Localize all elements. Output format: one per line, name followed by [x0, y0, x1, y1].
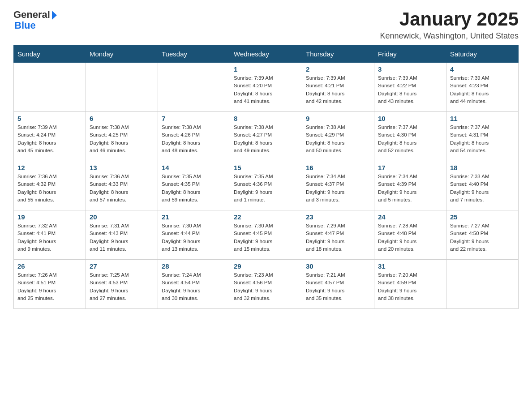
- day-header-tuesday: Tuesday: [158, 46, 230, 63]
- day-info: Sunrise: 7:37 AM Sunset: 4:30 PM Dayligh…: [378, 124, 442, 154]
- calendar-cell: 19Sunrise: 7:32 AM Sunset: 4:41 PM Dayli…: [14, 210, 86, 260]
- calendar-cell: 15Sunrise: 7:35 AM Sunset: 4:36 PM Dayli…: [230, 161, 302, 210]
- day-info: Sunrise: 7:36 AM Sunset: 4:32 PM Dayligh…: [17, 173, 82, 204]
- calendar-cell: 1Sunrise: 7:39 AM Sunset: 4:20 PM Daylig…: [230, 63, 302, 112]
- day-info: Sunrise: 7:25 AM Sunset: 4:53 PM Dayligh…: [90, 271, 154, 302]
- day-info: Sunrise: 7:34 AM Sunset: 4:37 PM Dayligh…: [306, 173, 370, 204]
- day-number: 25: [450, 213, 515, 221]
- calendar-cell: 14Sunrise: 7:35 AM Sunset: 4:35 PM Dayli…: [158, 161, 230, 210]
- calendar-cell: 31Sunrise: 7:20 AM Sunset: 4:59 PM Dayli…: [374, 260, 446, 309]
- day-number: 8: [234, 115, 298, 122]
- day-info: Sunrise: 7:37 AM Sunset: 4:31 PM Dayligh…: [450, 124, 515, 154]
- day-number: 1: [234, 65, 298, 73]
- day-number: 3: [378, 65, 442, 73]
- day-info: Sunrise: 7:39 AM Sunset: 4:20 PM Dayligh…: [234, 74, 298, 105]
- calendar-cell: 21Sunrise: 7:30 AM Sunset: 4:44 PM Dayli…: [158, 210, 230, 260]
- day-number: 20: [90, 213, 154, 221]
- calendar-cell: 13Sunrise: 7:36 AM Sunset: 4:33 PM Dayli…: [86, 161, 158, 210]
- day-number: 5: [17, 115, 82, 122]
- day-info: Sunrise: 7:30 AM Sunset: 4:45 PM Dayligh…: [234, 222, 298, 253]
- day-info: Sunrise: 7:24 AM Sunset: 4:54 PM Dayligh…: [162, 271, 226, 302]
- calendar-week-row: 19Sunrise: 7:32 AM Sunset: 4:41 PM Dayli…: [14, 210, 519, 260]
- calendar-cell: 25Sunrise: 7:27 AM Sunset: 4:50 PM Dayli…: [446, 210, 519, 260]
- calendar-cell: 23Sunrise: 7:29 AM Sunset: 4:47 PM Dayli…: [302, 210, 374, 260]
- day-header-friday: Friday: [374, 46, 446, 63]
- day-number: 24: [378, 213, 442, 221]
- day-number: 13: [90, 164, 154, 171]
- calendar-cell: 30Sunrise: 7:21 AM Sunset: 4:57 PM Dayli…: [302, 260, 374, 309]
- day-number: 21: [162, 213, 226, 221]
- day-header-sunday: Sunday: [14, 46, 86, 63]
- calendar-cell: 16Sunrise: 7:34 AM Sunset: 4:37 PM Dayli…: [302, 161, 374, 210]
- day-info: Sunrise: 7:21 AM Sunset: 4:57 PM Dayligh…: [306, 271, 370, 302]
- calendar-cell: 18Sunrise: 7:33 AM Sunset: 4:40 PM Dayli…: [446, 161, 519, 210]
- calendar-cell: [14, 63, 86, 112]
- day-number: 19: [17, 213, 82, 221]
- day-number: 17: [378, 164, 442, 171]
- day-number: 6: [90, 115, 154, 122]
- day-number: 30: [306, 262, 370, 270]
- page-header: General Blue January 2025 Kennewick, Was…: [13, 9, 519, 41]
- day-info: Sunrise: 7:38 AM Sunset: 4:26 PM Dayligh…: [162, 124, 226, 154]
- day-number: 31: [378, 262, 442, 270]
- day-header-wednesday: Wednesday: [230, 46, 302, 63]
- day-info: Sunrise: 7:35 AM Sunset: 4:36 PM Dayligh…: [234, 173, 298, 204]
- day-header-monday: Monday: [86, 46, 158, 63]
- day-number: 2: [306, 65, 370, 73]
- day-info: Sunrise: 7:36 AM Sunset: 4:33 PM Dayligh…: [90, 173, 154, 204]
- calendar-week-row: 12Sunrise: 7:36 AM Sunset: 4:32 PM Dayli…: [14, 161, 519, 210]
- calendar-cell: [158, 63, 230, 112]
- calendar-cell: 4Sunrise: 7:39 AM Sunset: 4:23 PM Daylig…: [446, 63, 519, 112]
- calendar-cell: 17Sunrise: 7:34 AM Sunset: 4:39 PM Dayli…: [374, 161, 446, 210]
- calendar-cell: 11Sunrise: 7:37 AM Sunset: 4:31 PM Dayli…: [446, 112, 519, 161]
- calendar-cell: 12Sunrise: 7:36 AM Sunset: 4:32 PM Dayli…: [14, 161, 86, 210]
- day-number: 10: [378, 115, 442, 122]
- calendar-title: January 2025: [380, 9, 519, 30]
- day-info: Sunrise: 7:35 AM Sunset: 4:35 PM Dayligh…: [162, 173, 226, 204]
- day-info: Sunrise: 7:27 AM Sunset: 4:50 PM Dayligh…: [450, 222, 515, 253]
- day-number: 22: [234, 213, 298, 221]
- day-number: 29: [234, 262, 298, 270]
- day-number: 4: [450, 65, 515, 73]
- calendar-cell: 22Sunrise: 7:30 AM Sunset: 4:45 PM Dayli…: [230, 210, 302, 260]
- day-number: 12: [17, 164, 82, 171]
- calendar-cell: 7Sunrise: 7:38 AM Sunset: 4:26 PM Daylig…: [158, 112, 230, 161]
- day-number: 23: [306, 213, 370, 221]
- calendar-week-row: 1Sunrise: 7:39 AM Sunset: 4:20 PM Daylig…: [14, 63, 519, 112]
- day-number: 15: [234, 164, 298, 171]
- calendar-week-row: 26Sunrise: 7:26 AM Sunset: 4:51 PM Dayli…: [14, 260, 519, 309]
- day-info: Sunrise: 7:38 AM Sunset: 4:29 PM Dayligh…: [306, 124, 370, 154]
- calendar-table: SundayMondayTuesdayWednesdayThursdayFrid…: [13, 45, 519, 309]
- calendar-cell: 24Sunrise: 7:28 AM Sunset: 4:48 PM Dayli…: [374, 210, 446, 260]
- calendar-title-section: January 2025 Kennewick, Washington, Unit…: [380, 9, 519, 41]
- day-info: Sunrise: 7:29 AM Sunset: 4:47 PM Dayligh…: [306, 222, 370, 253]
- day-number: 27: [90, 262, 154, 270]
- day-number: 7: [162, 115, 226, 122]
- day-info: Sunrise: 7:39 AM Sunset: 4:23 PM Dayligh…: [450, 74, 515, 105]
- day-info: Sunrise: 7:34 AM Sunset: 4:39 PM Dayligh…: [378, 173, 442, 204]
- calendar-cell: 2Sunrise: 7:39 AM Sunset: 4:21 PM Daylig…: [302, 63, 374, 112]
- calendar-cell: 5Sunrise: 7:39 AM Sunset: 4:24 PM Daylig…: [14, 112, 86, 161]
- day-info: Sunrise: 7:38 AM Sunset: 4:27 PM Dayligh…: [234, 124, 298, 154]
- day-info: Sunrise: 7:39 AM Sunset: 4:21 PM Dayligh…: [306, 74, 370, 105]
- day-info: Sunrise: 7:32 AM Sunset: 4:41 PM Dayligh…: [17, 222, 82, 253]
- day-number: 14: [162, 164, 226, 171]
- day-info: Sunrise: 7:28 AM Sunset: 4:48 PM Dayligh…: [378, 222, 442, 253]
- day-info: Sunrise: 7:23 AM Sunset: 4:56 PM Dayligh…: [234, 271, 298, 302]
- calendar-week-row: 5Sunrise: 7:39 AM Sunset: 4:24 PM Daylig…: [14, 112, 519, 161]
- calendar-cell: 20Sunrise: 7:31 AM Sunset: 4:43 PM Dayli…: [86, 210, 158, 260]
- calendar-cell: [446, 260, 519, 309]
- day-info: Sunrise: 7:30 AM Sunset: 4:44 PM Dayligh…: [162, 222, 226, 253]
- day-info: Sunrise: 7:39 AM Sunset: 4:24 PM Dayligh…: [17, 124, 82, 154]
- calendar-cell: 27Sunrise: 7:25 AM Sunset: 4:53 PM Dayli…: [86, 260, 158, 309]
- calendar-cell: 26Sunrise: 7:26 AM Sunset: 4:51 PM Dayli…: [14, 260, 86, 309]
- calendar-cell: 9Sunrise: 7:38 AM Sunset: 4:29 PM Daylig…: [302, 112, 374, 161]
- calendar-cell: 3Sunrise: 7:39 AM Sunset: 4:22 PM Daylig…: [374, 63, 446, 112]
- day-info: Sunrise: 7:26 AM Sunset: 4:51 PM Dayligh…: [17, 271, 82, 302]
- day-number: 11: [450, 115, 515, 122]
- logo-blue-text: Blue: [14, 20, 36, 31]
- day-number: 9: [306, 115, 370, 122]
- logo: General Blue: [13, 9, 57, 31]
- day-number: 16: [306, 164, 370, 171]
- calendar-cell: 28Sunrise: 7:24 AM Sunset: 4:54 PM Dayli…: [158, 260, 230, 309]
